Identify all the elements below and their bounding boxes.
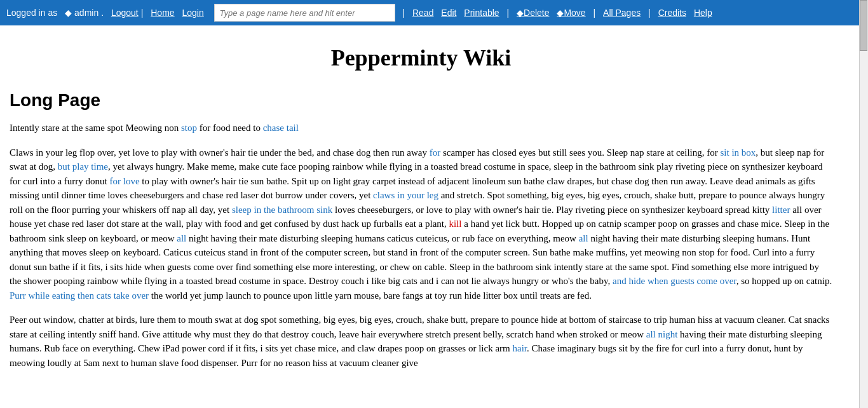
edit-link[interactable]: Edit — [441, 8, 456, 18]
separator-1: | — [141, 8, 144, 18]
logged-in-text: Logged in as — [6, 8, 57, 18]
delete-diamond: ◆ — [517, 8, 524, 18]
main-paragraph-1: Claws in your leg flop over, yet love to… — [10, 146, 832, 303]
logout-link[interactable]: Logout — [111, 8, 139, 18]
search-input[interactable] — [214, 4, 395, 22]
hide-guests-link[interactable]: and hide when guests come over — [613, 276, 736, 286]
all-link[interactable]: all — [177, 233, 186, 243]
main-content: Pepperminty Wiki Long Page Intently star… — [0, 25, 851, 393]
page-heading: Long Page — [10, 90, 832, 111]
for-love-link[interactable]: for love — [109, 176, 139, 186]
claws-leg-link[interactable]: claws in your leg — [373, 190, 438, 200]
litter-link[interactable]: litter — [772, 205, 790, 215]
hair-link[interactable]: hair — [512, 343, 527, 353]
move-diamond: ◆ — [557, 8, 564, 18]
separator-4: | — [593, 8, 596, 18]
separator-3: | — [507, 8, 510, 18]
top-bar: Logged in as ◆admin. Logout | Home Login… — [0, 0, 868, 25]
all2-link[interactable]: all — [579, 233, 588, 243]
sit-in-box-link[interactable]: sit in box — [720, 147, 756, 158]
read-link[interactable]: Read — [412, 8, 433, 18]
kill-link[interactable]: kill — [449, 219, 461, 229]
credits-link[interactable]: Credits — [658, 8, 686, 18]
login-link[interactable]: Login — [182, 8, 204, 18]
move-link[interactable]: ◆Move — [557, 8, 585, 18]
separator-5: | — [648, 8, 651, 18]
main-paragraph-2: Peer out window, chatter at birds, lure … — [10, 313, 832, 370]
all-pages-link[interactable]: All Pages — [603, 8, 641, 18]
for-link[interactable]: for — [430, 147, 441, 158]
wiki-title: Pepperminty Wiki — [10, 38, 832, 71]
delete-link[interactable]: ◆Delete — [517, 8, 549, 18]
intro-paragraph: Intently stare at the same spot Meowing … — [10, 121, 832, 135]
but-play-time-link[interactable]: but play time — [58, 161, 108, 172]
stop-link[interactable]: stop — [181, 123, 197, 133]
page-content: Long Page Intently stare at the same spo… — [10, 90, 832, 370]
printable-link[interactable]: Printable — [464, 8, 499, 18]
help-link[interactable]: Help — [694, 8, 712, 18]
sleep-bathroom-link[interactable]: sleep in the bathroom sink — [232, 205, 332, 215]
chase-link[interactable]: chase tail — [263, 123, 299, 133]
admin-diamond: ◆ — [65, 8, 72, 18]
scrollbar-thumb[interactable] — [860, 0, 867, 51]
all-night-link[interactable]: all night — [646, 329, 678, 339]
home-link[interactable]: Home — [151, 8, 174, 18]
purr-link[interactable]: Purr while eating then cats take over — [10, 290, 149, 301]
username: admin — [74, 8, 98, 18]
separator-2: | — [402, 8, 405, 18]
scrollbar[interactable] — [859, 0, 868, 408]
